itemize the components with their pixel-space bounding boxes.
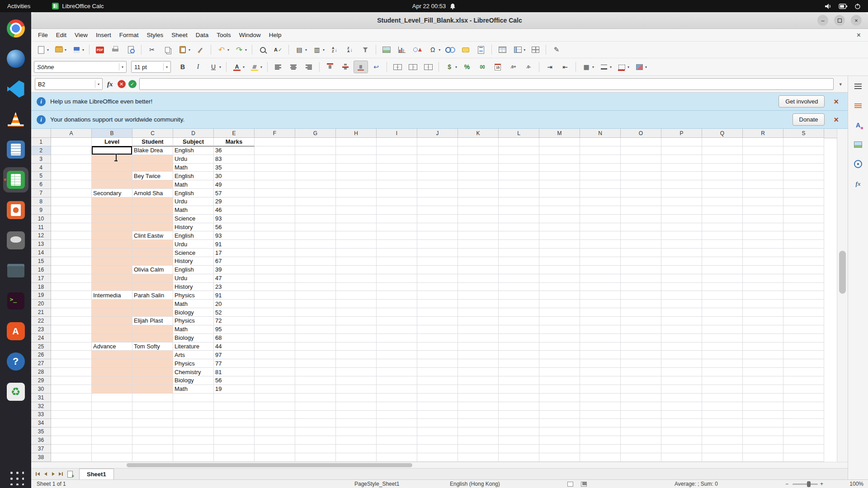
dropdown-arrow-icon[interactable]: ▾: [439, 48, 440, 52]
clone-formatting-button[interactable]: [193, 43, 208, 56]
column-header-F[interactable]: F: [255, 129, 295, 138]
cell-N7[interactable]: [580, 189, 621, 197]
cell-I25[interactable]: [377, 343, 417, 351]
cell-S15[interactable]: [783, 257, 824, 266]
cell-Q38[interactable]: [702, 453, 743, 462]
cell-I24[interactable]: [377, 334, 417, 343]
row-header-37[interactable]: 37: [31, 445, 51, 453]
cell-R15[interactable]: [743, 257, 783, 266]
cell-M33[interactable]: [539, 411, 580, 419]
cell-F20[interactable]: [255, 300, 295, 308]
row-header-35[interactable]: 35: [31, 427, 51, 436]
sort-descending-button[interactable]: [343, 43, 357, 56]
dropdown-arrow-icon[interactable]: ▾: [243, 65, 245, 69]
cell-C14[interactable]: [132, 249, 173, 257]
cell-G9[interactable]: [295, 206, 336, 215]
cell-I26[interactable]: [377, 351, 417, 359]
dropdown-arrow-icon[interactable]: ▾: [219, 65, 221, 69]
accept-icon[interactable]: [128, 80, 137, 88]
cell-K31[interactable]: [458, 394, 499, 402]
add-decimal-place-button[interactable]: .0+: [506, 61, 520, 73]
cell-E5[interactable]: 30: [214, 172, 255, 180]
column-header-S[interactable]: S: [783, 129, 824, 138]
cell-R7[interactable]: [743, 189, 783, 197]
cell-C15[interactable]: [132, 257, 173, 266]
cell-C28[interactable]: [132, 368, 173, 376]
cell-O37[interactable]: [621, 445, 661, 453]
insert-hyperlink-button[interactable]: [443, 43, 458, 56]
cell-B2[interactable]: [92, 146, 132, 155]
cell-N34[interactable]: [580, 419, 621, 427]
cell-R26[interactable]: [743, 351, 783, 359]
cell-G35[interactable]: [295, 427, 336, 436]
cell-J21[interactable]: [417, 308, 458, 317]
cell-R28[interactable]: [743, 368, 783, 376]
cell-S37[interactable]: [783, 445, 824, 453]
cell-M20[interactable]: [539, 300, 580, 308]
cell-O38[interactable]: [621, 453, 661, 462]
cell-O15[interactable]: [621, 257, 661, 266]
cell-M29[interactable]: [539, 376, 580, 385]
cell-R11[interactable]: [743, 223, 783, 232]
cell-D31[interactable]: [173, 394, 214, 402]
cell-O24[interactable]: [621, 334, 661, 343]
sidebar-tab-navigator[interactable]: [851, 158, 865, 170]
cell-N20[interactable]: [580, 300, 621, 308]
cell-H28[interactable]: [336, 368, 377, 376]
border-style-button[interactable]: ▾: [597, 61, 613, 73]
row-header-3[interactable]: 3: [31, 155, 51, 164]
cell-E28[interactable]: 81: [214, 368, 255, 376]
cell-J2[interactable]: [417, 146, 458, 155]
cell-E27[interactable]: 77: [214, 359, 255, 368]
blue-app-launcher[interactable]: [3, 46, 28, 71]
cell-P33[interactable]: [661, 411, 702, 419]
cell-E29[interactable]: 56: [214, 376, 255, 385]
cell-M22[interactable]: [539, 317, 580, 325]
row-header-4[interactable]: 4: [31, 164, 51, 172]
cell-H14[interactable]: [336, 249, 377, 257]
column-header-H[interactable]: H: [336, 129, 377, 138]
cell-G38[interactable]: [295, 453, 336, 462]
cell-Q11[interactable]: [702, 223, 743, 232]
cell-O32[interactable]: [621, 402, 661, 411]
cell-C32[interactable]: [132, 402, 173, 411]
cell-S38[interactable]: [783, 453, 824, 462]
sidebar-tab-properties[interactable]: [851, 99, 865, 112]
cell-D27[interactable]: Physics: [173, 359, 214, 368]
cell-M5[interactable]: [539, 172, 580, 180]
cell-M11[interactable]: [539, 223, 580, 232]
column-header-Q[interactable]: Q: [702, 129, 743, 138]
cell-K11[interactable]: [458, 223, 499, 232]
cell-A31[interactable]: [51, 394, 92, 402]
cell-H4[interactable]: [336, 164, 377, 172]
cell-R18[interactable]: [743, 283, 783, 291]
insert-image-button[interactable]: [379, 43, 394, 56]
cell-C7[interactable]: Arnold Sha: [132, 189, 173, 197]
cell-G21[interactable]: [295, 308, 336, 317]
cell-A36[interactable]: [51, 436, 92, 445]
cell-E35[interactable]: [214, 427, 255, 436]
cell-D2[interactable]: English: [173, 146, 214, 155]
cell-M10[interactable]: [539, 215, 580, 223]
cell-A6[interactable]: [51, 180, 92, 189]
terminal-launcher[interactable]: [3, 288, 28, 314]
dropdown-arrow-icon[interactable]: ▾: [189, 48, 190, 52]
cell-L13[interactable]: [499, 240, 539, 249]
cell-N36[interactable]: [580, 436, 621, 445]
cell-L18[interactable]: [499, 283, 539, 291]
cell-A7[interactable]: [51, 189, 92, 197]
cell-N38[interactable]: [580, 453, 621, 462]
dropdown-arrow-icon[interactable]: ▾: [82, 48, 84, 52]
cell-H25[interactable]: [336, 343, 377, 351]
cell-M12[interactable]: [539, 231, 580, 240]
cell-J13[interactable]: [417, 240, 458, 249]
cell-G17[interactable]: [295, 274, 336, 283]
cell-N25[interactable]: [580, 343, 621, 351]
cell-I35[interactable]: [377, 427, 417, 436]
cell-S29[interactable]: [783, 376, 824, 385]
cell-S16[interactable]: [783, 266, 824, 274]
cell-S21[interactable]: [783, 308, 824, 317]
cell-H24[interactable]: [336, 334, 377, 343]
cell-G18[interactable]: [295, 283, 336, 291]
cell-G27[interactable]: [295, 359, 336, 368]
